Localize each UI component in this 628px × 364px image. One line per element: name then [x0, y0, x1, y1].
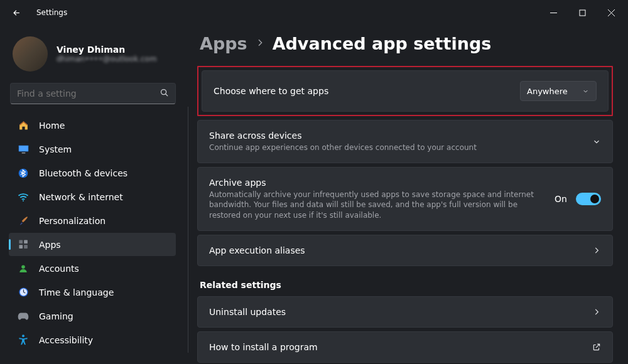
svg-point-4	[161, 89, 166, 94]
sidebar-item-label: Time & language	[39, 287, 114, 297]
svg-rect-14	[24, 245, 28, 249]
section-heading-related: Related settings	[200, 280, 613, 290]
chevron-down-icon	[592, 137, 601, 146]
setting-title: Share across devices	[209, 131, 583, 141]
svg-point-10	[23, 200, 24, 201]
window-title: Settings	[36, 8, 67, 17]
profile-email: dhiman••••@outlook.com	[57, 55, 157, 63]
chevron-right-icon	[592, 308, 601, 316]
svg-rect-12	[24, 240, 28, 244]
svg-rect-13	[19, 245, 23, 249]
home-icon	[18, 120, 29, 131]
sidebar-item-system[interactable]: System	[9, 137, 176, 161]
setting-install-program[interactable]: How to install a program	[197, 331, 613, 363]
system-icon	[18, 144, 29, 155]
sidebar-item-network[interactable]: Network & internet	[9, 185, 176, 208]
sidebar-item-gaming[interactable]: Gaming	[9, 304, 176, 328]
setting-archive-apps[interactable]: Archive apps Automatically archive your …	[197, 167, 613, 231]
sidebar-item-bluetooth[interactable]: Bluetooth & devices	[9, 161, 176, 185]
svg-point-15	[21, 265, 25, 269]
sidebar-item-apps[interactable]: Apps	[9, 233, 176, 256]
page-title: Advanced app settings	[273, 34, 492, 53]
profile-name: Viney Dhiman	[57, 45, 157, 55]
maximize-button[interactable]	[568, 0, 597, 25]
sidebar-item-label: Personalization	[39, 216, 106, 226]
maximize-icon	[579, 9, 586, 16]
chevron-down-icon	[581, 87, 590, 95]
sidebar-item-label: Network & internet	[39, 192, 123, 202]
setting-share-devices[interactable]: Share across devices Continue app experi…	[197, 120, 613, 163]
titlebar: Settings	[0, 0, 628, 25]
person-icon	[18, 263, 29, 274]
main-content: Apps Advanced app settings Choose where …	[188, 25, 628, 364]
arrow-left-icon	[12, 8, 21, 18]
external-link-icon	[592, 343, 601, 351]
search-icon	[160, 88, 169, 100]
sidebar-item-label: Gaming	[39, 311, 73, 321]
minimize-button[interactable]	[539, 0, 568, 25]
sidebar-item-label: Accounts	[39, 264, 79, 274]
sidebar-item-label: Accessibility	[39, 335, 93, 345]
setting-title: Archive apps	[209, 178, 546, 188]
back-button[interactable]	[9, 5, 24, 20]
sidebar-item-accounts[interactable]: Accounts	[9, 257, 176, 280]
sidebar-item-personalization[interactable]: Personalization	[9, 209, 176, 232]
svg-rect-7	[19, 146, 28, 151]
profile-block[interactable]: Viney Dhiman dhiman••••@outlook.com	[5, 30, 181, 80]
gamepad-icon	[18, 311, 29, 322]
svg-rect-1	[580, 10, 585, 16]
search-input[interactable]	[17, 88, 160, 99]
sidebar-item-accessibility[interactable]: Accessibility	[9, 328, 176, 351]
chevron-right-icon	[255, 38, 265, 50]
avatar	[13, 36, 48, 72]
svg-rect-8	[21, 152, 25, 153]
sidebar-item-label: Apps	[39, 240, 61, 250]
search-box[interactable]	[10, 83, 176, 104]
accessibility-icon	[18, 335, 29, 346]
sidebar-item-home[interactable]: Home	[9, 114, 176, 137]
sidebar-item-label: System	[39, 144, 72, 154]
sidebar-item-label: Bluetooth & devices	[39, 168, 127, 178]
sidebar-item-label: Home	[39, 120, 65, 131]
setting-subtitle: Continue app experiences on other device…	[209, 142, 567, 153]
nav-list: Home System Bluetooth & devices Network …	[5, 113, 181, 359]
wifi-icon	[18, 191, 29, 203]
setting-title: Choose where to get apps	[214, 86, 511, 96]
setting-title: App execution aliases	[209, 245, 583, 255]
breadcrumb: Apps Advanced app settings	[197, 34, 613, 53]
setting-choose-apps[interactable]: Choose where to get apps Anywhere	[202, 70, 609, 112]
setting-execution-aliases[interactable]: App execution aliases	[197, 235, 613, 266]
archive-toggle[interactable]	[576, 193, 601, 205]
chevron-right-icon	[592, 246, 601, 255]
minimize-icon	[550, 9, 557, 16]
setting-subtitle: Automatically archive your infrequently …	[209, 190, 546, 220]
setting-title: How to install a program	[209, 342, 583, 352]
toggle-label: On	[555, 194, 567, 204]
paintbrush-icon	[18, 215, 29, 227]
choose-apps-dropdown[interactable]: Anywhere	[520, 81, 597, 101]
setting-title: Uninstall updates	[209, 307, 583, 317]
dropdown-value: Anywhere	[527, 87, 568, 96]
svg-line-5	[166, 94, 168, 95]
setting-uninstall-updates[interactable]: Uninstall updates	[197, 296, 613, 328]
sidebar: Viney Dhiman dhiman••••@outlook.com Home…	[0, 25, 188, 364]
svg-rect-11	[19, 240, 23, 244]
close-icon	[608, 9, 615, 16]
clock-icon	[18, 287, 29, 298]
bluetooth-icon	[18, 168, 29, 179]
highlight-frame: Choose where to get apps Anywhere	[197, 66, 613, 116]
svg-point-18	[22, 335, 24, 337]
apps-icon	[18, 239, 29, 250]
sidebar-item-time[interactable]: Time & language	[9, 281, 176, 304]
close-button[interactable]	[597, 0, 625, 25]
breadcrumb-parent[interactable]: Apps	[200, 34, 247, 53]
